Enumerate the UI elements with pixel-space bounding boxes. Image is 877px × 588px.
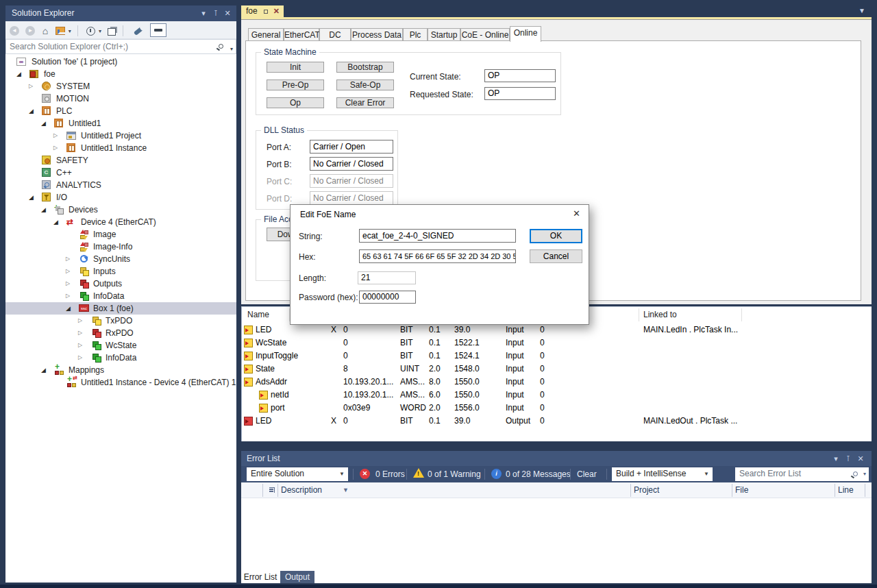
- subtab-coe-online[interactable]: CoE - Online: [460, 28, 510, 41]
- tree-item-box-1-foe-[interactable]: ◢sscBox 1 (foe): [5, 302, 236, 315]
- grid-header-name[interactable]: Name: [247, 307, 269, 323]
- cancel-button[interactable]: Cancel: [530, 249, 582, 263]
- expander-closed-icon[interactable]: ▷: [66, 265, 74, 278]
- tree-item-safety[interactable]: SAFETY: [5, 154, 236, 167]
- expander-closed-icon[interactable]: ▷: [66, 253, 74, 265]
- tree-item-plc[interactable]: ◢PLC: [5, 105, 236, 117]
- expander-closed-icon[interactable]: ▷: [78, 339, 86, 352]
- port-b-value[interactable]: No Carrier / Closed: [310, 157, 393, 171]
- properties-wrench-icon[interactable]: [134, 26, 145, 36]
- tree-item-system[interactable]: ▷SYSTEM: [5, 80, 236, 93]
- close-icon[interactable]: ✕: [573, 208, 580, 219]
- column-project[interactable]: Project: [634, 482, 659, 498]
- bootstrap-button[interactable]: Bootstrap: [336, 62, 394, 73]
- tree-item-image-info[interactable]: Image-Info: [5, 241, 236, 253]
- tree-item-devices[interactable]: ◢Devices: [5, 204, 236, 216]
- tree-item-analytics[interactable]: ANALYTICS: [5, 179, 236, 191]
- grid-row-inputtoggle[interactable]: InputToggle0BIT0.11524.1Input0: [242, 350, 872, 363]
- expander-closed-icon[interactable]: ▷: [53, 142, 62, 154]
- messages-toggle[interactable]: 0 of 28 Messages: [506, 466, 571, 482]
- expander-closed-icon[interactable]: ▷: [29, 80, 37, 93]
- expander-closed-icon[interactable]: ▷: [53, 130, 62, 142]
- safeop-button[interactable]: Safe-Op: [336, 79, 394, 90]
- expander-closed-icon[interactable]: ▷: [78, 315, 86, 327]
- expander-open-icon[interactable]: ◢: [41, 117, 49, 130]
- subtab-general[interactable]: General: [248, 28, 284, 41]
- home-icon[interactable]: ⌂: [42, 25, 48, 36]
- column-separator[interactable]: [741, 308, 742, 321]
- tab-error-list[interactable]: Error List: [241, 571, 280, 583]
- expander-open-icon[interactable]: ◢: [41, 204, 49, 216]
- expander-open-icon[interactable]: ◢: [29, 105, 37, 117]
- tree-item-c-[interactable]: CC++: [5, 167, 236, 179]
- errors-toggle[interactable]: 0 Errors: [375, 466, 405, 482]
- window-position-icon[interactable]: ▾: [830, 451, 841, 467]
- grid-row-wcstate[interactable]: WcState0BIT0.11522.1Input0: [242, 336, 872, 350]
- tree-item-untitled1-project[interactable]: ▷Untitled1 Project: [5, 130, 236, 142]
- port-a-value[interactable]: Carrier / Open: [310, 140, 393, 154]
- tab-output[interactable]: Output: [280, 571, 314, 583]
- description-filter-arrow[interactable]: ▼: [343, 482, 349, 498]
- build-filter-combo[interactable]: Build + IntelliSense▼: [612, 467, 713, 481]
- grid-row-adsaddr[interactable]: AdsAddr10.193.20.1...AMS...8.01550.0Inpu…: [242, 376, 872, 389]
- expander-open-icon[interactable]: ◢: [16, 68, 25, 80]
- tree-item-wcstate[interactable]: ▷WcState: [5, 339, 236, 352]
- sync-active-icon[interactable]: [55, 27, 65, 35]
- expander-closed-icon[interactable]: ▷: [78, 352, 86, 364]
- column-description[interactable]: Description: [281, 482, 322, 498]
- op-button[interactable]: Op: [267, 97, 324, 108]
- pin-icon[interactable]: ⊺: [843, 451, 854, 467]
- scope-filter-combo[interactable]: Entire Solution▼: [247, 467, 348, 481]
- tree-item-rxpdo[interactable]: ▷RxPDO: [5, 327, 236, 339]
- close-icon[interactable]: ✕: [273, 7, 280, 15]
- close-icon[interactable]: ✕: [855, 451, 866, 467]
- window-position-icon[interactable]: ▾: [198, 5, 209, 21]
- grid-row-led[interactable]: LEDX0BIT0.139.0Output0MAIN.LedOut . PlcT…: [242, 415, 872, 428]
- tree-item-mappings[interactable]: ◢Mappings: [5, 364, 236, 376]
- tree-item-infodata[interactable]: ▷InfoData: [5, 352, 236, 364]
- document-tab-foe[interactable]: foe✕: [241, 5, 284, 17]
- subtab-startup[interactable]: Startup: [428, 28, 460, 41]
- expander-open-icon[interactable]: ◢: [53, 216, 62, 228]
- subtab-process-data[interactable]: Process Data: [351, 28, 403, 41]
- tree-item-solution-foe-1-project-[interactable]: ∞Solution 'foe' (1 project): [5, 56, 236, 68]
- current-state-value[interactable]: OP: [484, 69, 556, 82]
- subtab-plc[interactable]: Plc: [403, 28, 428, 41]
- close-icon[interactable]: ✕: [222, 5, 233, 21]
- expander-closed-icon[interactable]: ▷: [66, 290, 74, 302]
- search-icon[interactable]: [853, 471, 858, 476]
- expander-open-icon[interactable]: ◢: [29, 191, 37, 204]
- tree-item-i-o[interactable]: ◢I/O: [5, 191, 236, 204]
- tree-item-txpdo[interactable]: ▷TxPDO: [5, 315, 236, 327]
- document-list-dropdown-icon[interactable]: ▼: [859, 7, 865, 14]
- expander-closed-icon[interactable]: ▷: [66, 278, 74, 290]
- tree-item-foe[interactable]: ◢foe: [5, 68, 236, 80]
- search-input[interactable]: Search Solution Explorer (Ctrl+;) ▾: [5, 39, 236, 54]
- clear-button[interactable]: Clear: [577, 466, 597, 482]
- expander-closed-icon[interactable]: ▷: [78, 327, 86, 339]
- tree-item-untitled1-instance[interactable]: ▷Untitled1 Instance: [5, 142, 236, 154]
- tree-item-infodata[interactable]: ▷InfoData: [5, 290, 236, 302]
- grid-row-port[interactable]: port0x03e9WORD2.01556.0Input0: [242, 402, 872, 415]
- expander-open-icon[interactable]: ◢: [66, 302, 74, 315]
- string-input[interactable]: ecat_foe_2-4-0_SIGNED: [359, 229, 516, 243]
- tree-item-syncunits[interactable]: ▷SyncUnits: [5, 253, 236, 265]
- pin-icon[interactable]: ⊺: [210, 5, 221, 21]
- password-input[interactable]: 00000000: [359, 291, 416, 304]
- tree-item-image[interactable]: Image: [5, 228, 236, 241]
- ok-button[interactable]: OK: [530, 229, 582, 243]
- tree-item-device-4-ethercat-[interactable]: ◢⇄Device 4 (EtherCAT): [5, 216, 236, 228]
- back-icon[interactable]: ◄: [10, 26, 19, 36]
- column-line[interactable]: Line: [838, 482, 854, 498]
- forward-icon[interactable]: ►: [25, 26, 35, 36]
- tree-item-untitled1[interactable]: ◢Untitled1: [5, 117, 236, 130]
- hex-input[interactable]: 65 63 61 74 5F 66 6F 65 5F 32 2D 34 2D 3…: [359, 249, 516, 263]
- subtab-dc[interactable]: DC: [319, 28, 351, 41]
- grid-row-state[interactable]: State8UINT2.01548.0Input0: [242, 363, 872, 376]
- grid-row-led[interactable]: LEDX0BIT0.139.0Input0MAIN.LedIn . PlcTas…: [242, 323, 872, 336]
- column-separator[interactable]: [639, 308, 639, 321]
- expander-open-icon[interactable]: ◢: [41, 364, 49, 376]
- collapse-all-icon[interactable]: [108, 28, 116, 36]
- search-icon[interactable]: [219, 44, 223, 49]
- grid-header-linked[interactable]: Linked to: [643, 307, 677, 323]
